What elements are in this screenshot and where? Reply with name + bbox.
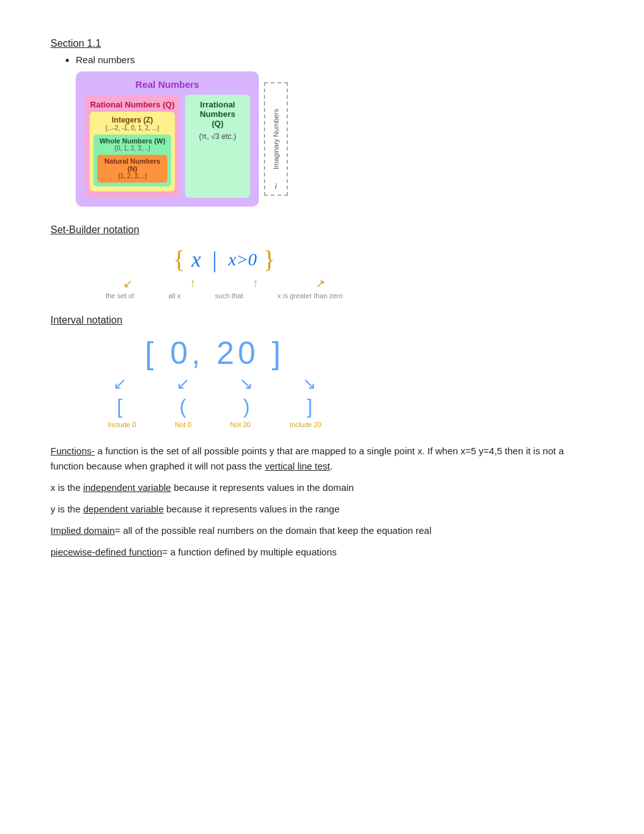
- imaginary-box: Imaginary Numbers i: [264, 82, 288, 196]
- irrational-box: IrrationalNumbers(Q) (π, √3 etc.): [185, 95, 250, 198]
- real-inner-row: Rational Numbers (Q) Integers (Z) {...-2…: [85, 95, 250, 198]
- label-include20: Include 20: [289, 421, 321, 428]
- paren-close: ): [243, 395, 250, 418]
- integers-box: Integers (Z) {...-2, -1, 0, 1, 2, ...} W…: [90, 112, 175, 191]
- implied-domain-paragraph: Implied domain= all of the possible real…: [51, 523, 593, 538]
- label-not0: Not 0: [175, 421, 191, 428]
- arrow4: ↗: [316, 277, 325, 291]
- interval-arrows: ↙ ↙ ↘ ↘: [88, 374, 341, 394]
- set-builder-diagram: { x | x>0 } ↙ ↑ ↑ ↗ the set of all x suc…: [88, 245, 360, 299]
- arrow3: ↑: [253, 277, 258, 291]
- natural-title: Natural Numbers (N): [101, 157, 164, 172]
- set-condition: x>0: [228, 250, 256, 270]
- rational-box: Rational Numbers (Q) Integers (Z) {...-2…: [85, 95, 180, 198]
- functions-label: Functions-: [51, 445, 95, 456]
- integers-values: {...-2, -1, 0, 1, 2, ...}: [93, 124, 171, 131]
- dependent-label: dependent variable: [83, 504, 164, 514]
- square-bracket-close: ]: [307, 395, 313, 418]
- arrow-include0-icon: ↙: [113, 374, 127, 394]
- independent-body: because it represents values in the doma…: [171, 482, 354, 493]
- rational-title: Rational Numbers (Q): [90, 100, 175, 109]
- set-arrows: ↙ ↑ ↑ ↗: [88, 277, 360, 291]
- interval-diagram: [ 0, 20 ] ↙ ↙ ↘ ↘ [ ( ) ] Include 0 Not …: [88, 335, 341, 428]
- set-labels: the set of all x such that x is greater …: [88, 292, 360, 299]
- set-variable: x: [191, 248, 201, 272]
- set-builder-section: Set-Builder notation: [51, 224, 593, 236]
- independent-paragraph: x is the independent variable because it…: [51, 480, 593, 495]
- square-bracket-open: [: [117, 395, 122, 418]
- real-numbers-bullet: Real numbers: [76, 54, 593, 65]
- label-include0: Include 0: [108, 421, 136, 428]
- implied-domain-label: Implied domain: [51, 525, 115, 536]
- imaginary-label: Imaginary Numbers: [272, 109, 280, 169]
- section-title: Section 1.1: [51, 38, 593, 49]
- imaginary-symbol: i: [275, 181, 277, 191]
- independent-label: independent variable: [83, 482, 171, 493]
- dependent-body: because it represents values in the rang…: [164, 504, 340, 514]
- functions-paragraph: Functions- a function is the set of all …: [51, 444, 593, 474]
- paren-open: (: [179, 395, 186, 418]
- interval-text-labels: Include 0 Not 0 Not 20 Include 20: [88, 421, 341, 428]
- right-brace-icon: }: [263, 245, 275, 274]
- piecewise-label: piecewise-defined function: [51, 547, 162, 557]
- real-numbers-box: Real Numbers Rational Numbers (Q) Intege…: [76, 71, 259, 207]
- set-notation: { x | x>0 }: [88, 245, 360, 274]
- set-label-all-x: all x: [169, 292, 181, 299]
- arrow-include20-icon: ↘: [302, 374, 316, 394]
- arrow2: ↑: [190, 277, 196, 291]
- piecewise-body: = a function defined by multiple equatio…: [162, 547, 337, 557]
- dependent-paragraph: y is the dependent variable because it r…: [51, 502, 593, 517]
- natural-box: Natural Numbers (N) {1, 2, 3,...}: [97, 155, 167, 183]
- functions-end: .: [330, 461, 333, 471]
- implied-domain-body: = all of the possible real numbers on th…: [115, 525, 432, 536]
- section-heading: Section 1.1: [51, 38, 101, 49]
- arrow1: ↙: [123, 277, 133, 291]
- irrational-title: IrrationalNumbers(Q): [190, 100, 245, 128]
- real-numbers-diagram: Real Numbers Rational Numbers (Q) Intege…: [76, 71, 593, 207]
- interval-section: Interval notation: [51, 315, 593, 326]
- arrow-not0-icon: ↙: [176, 374, 190, 394]
- arrow-not20-icon: ↘: [239, 374, 253, 394]
- set-label-such-that: such that: [215, 292, 244, 299]
- set-builder-title: Set-Builder notation: [51, 224, 140, 235]
- integers-title: Integers (Z): [93, 116, 171, 124]
- whole-values: {0, 1, 2, 3,...}: [97, 145, 167, 152]
- set-label-set-of: the set of: [105, 292, 134, 299]
- dependent-y: y is the: [51, 504, 83, 514]
- text-section: Functions- a function is the set of all …: [51, 444, 593, 560]
- real-numbers-title: Real Numbers: [85, 79, 250, 90]
- natural-values: {1, 2, 3,...}: [101, 172, 164, 179]
- piecewise-paragraph: piecewise-defined function= a function d…: [51, 545, 593, 560]
- interval-brackets: [ ( ) ]: [88, 395, 341, 418]
- label-not20: Not 20: [230, 421, 251, 428]
- interval-title: Interval notation: [51, 315, 122, 325]
- irrational-values: (π, √3 etc.): [190, 132, 245, 141]
- set-label-condition: x is greater than zero: [278, 292, 343, 299]
- whole-box: Whole Numbers (W) {0, 1, 2, 3,...} Natur…: [93, 135, 171, 186]
- independent-x: x is the: [51, 482, 83, 493]
- set-bar: |: [212, 246, 217, 273]
- vertical-line-test-label: vertical line test: [265, 461, 330, 471]
- whole-title: Whole Numbers (W): [97, 137, 167, 145]
- left-brace-icon: {: [173, 245, 185, 274]
- interval-notation: [ 0, 20 ]: [88, 335, 341, 372]
